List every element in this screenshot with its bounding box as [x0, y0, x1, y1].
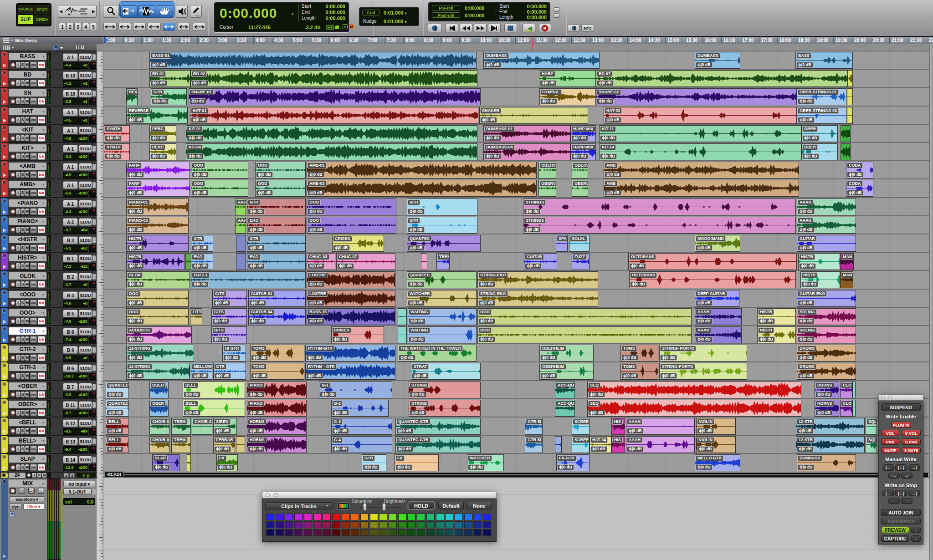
svg-text:P: P — [543, 26, 546, 31]
